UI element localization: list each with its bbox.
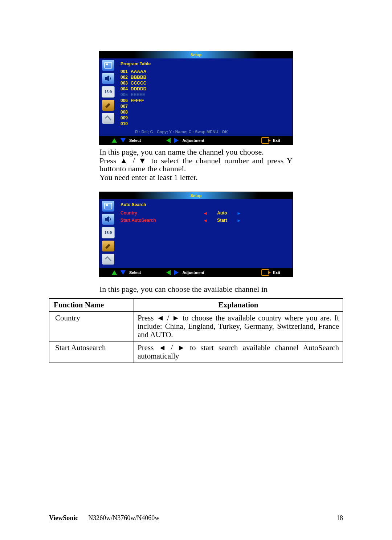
page-footer: ViewSonic N3260w/N3760w/N4060w 18 bbox=[49, 514, 343, 522]
osd-auto-search: Setup 16:9 Auto Search bbox=[99, 192, 293, 277]
section-heading: Program Table bbox=[121, 61, 289, 66]
osd-titlebar: Setup bbox=[99, 192, 293, 199]
aspect-icon[interactable]: 16:9 bbox=[102, 227, 115, 238]
models-label: N3260w/N3760w/N4060w bbox=[88, 514, 336, 522]
picture-icon[interactable] bbox=[102, 60, 114, 71]
right-arrow-icon[interactable]: ► bbox=[237, 210, 241, 216]
left-arrow-icon[interactable]: ◄ bbox=[182, 218, 208, 223]
setup-icon[interactable] bbox=[102, 100, 114, 111]
svg-rect-2 bbox=[105, 77, 107, 80]
osd-title: Setup bbox=[191, 193, 202, 198]
col-function: Function Name bbox=[49, 299, 134, 312]
right-icon bbox=[174, 138, 179, 143]
nav-select-label: Select bbox=[129, 138, 141, 143]
exit-icon bbox=[261, 137, 269, 144]
osd-titlebar: Setup bbox=[99, 51, 293, 58]
up-icon bbox=[112, 270, 117, 275]
col-explanation: Explanation bbox=[134, 299, 343, 312]
osd-title: Setup bbox=[191, 53, 202, 57]
function-table: Function Name Explanation Country Press … bbox=[49, 298, 343, 363]
brand-label: ViewSonic bbox=[49, 514, 78, 522]
svg-rect-1 bbox=[106, 64, 108, 65]
option-country[interactable]: Country ◄ Auto ► bbox=[121, 209, 289, 217]
nav-adjust-label: Adjustment bbox=[182, 138, 204, 143]
list-item: 005EEEEE bbox=[121, 92, 289, 98]
osd-navbar: Select Adjustment Exit bbox=[99, 136, 293, 145]
nav-exit-label: Exit bbox=[273, 138, 280, 143]
nav-adjust-label: Adjustment bbox=[182, 270, 204, 275]
left-icon bbox=[166, 138, 171, 143]
option-start-autosearch[interactable]: Start AutoSearch ◄ Start ► bbox=[121, 217, 289, 224]
list-item: 001AAAAA bbox=[121, 69, 289, 74]
list-item: 007 bbox=[121, 103, 289, 109]
misc-icon[interactable] bbox=[102, 254, 114, 265]
program-list[interactable]: 001AAAAA 002BBBBB 003CCCCC 004DDDDD 005E… bbox=[121, 69, 289, 127]
misc-icon[interactable] bbox=[102, 113, 114, 124]
svg-marker-3 bbox=[107, 75, 109, 81]
body-text: In this page, you can name the channel y… bbox=[99, 148, 293, 181]
aspect-icon[interactable]: 16:9 bbox=[102, 86, 115, 98]
table-row: Start Autosearch Press ◄ / ► to start se… bbox=[49, 341, 343, 363]
svg-rect-6 bbox=[105, 218, 107, 221]
list-item: 010 bbox=[121, 121, 289, 127]
osd-sidebar: 16:9 bbox=[99, 199, 117, 268]
list-item: 003CCCCC bbox=[121, 80, 289, 86]
down-icon bbox=[121, 270, 126, 275]
svg-rect-5 bbox=[106, 204, 108, 206]
osd-navbar: Select Adjustment Exit bbox=[99, 268, 293, 277]
list-item: 004DDDDD bbox=[121, 86, 289, 92]
left-icon bbox=[166, 270, 171, 275]
nav-exit-label: Exit bbox=[273, 270, 280, 275]
down-icon bbox=[121, 138, 126, 143]
body-text: In this page, you can choose the availab… bbox=[99, 285, 293, 293]
legend-text: R : Del; G : Copy; Y : Name; C : Swap ME… bbox=[135, 130, 289, 134]
sound-icon[interactable] bbox=[102, 214, 114, 225]
list-item: 002BBBBB bbox=[121, 74, 289, 80]
exit-icon bbox=[261, 269, 269, 276]
list-item: 008 bbox=[121, 109, 289, 115]
svg-marker-7 bbox=[107, 216, 109, 222]
osd-sidebar: 16:9 bbox=[99, 58, 117, 136]
up-icon bbox=[112, 138, 117, 143]
list-item: 009 bbox=[121, 115, 289, 121]
section-heading: Auto Search bbox=[121, 202, 289, 207]
table-row: Country Press ◄ / ► to choose the availa… bbox=[49, 312, 343, 341]
list-item: 006FFFFF bbox=[121, 98, 289, 103]
setup-icon[interactable] bbox=[102, 241, 114, 251]
nav-select-label: Select bbox=[129, 270, 141, 275]
left-arrow-icon[interactable]: ◄ bbox=[182, 210, 208, 216]
table-row: Function Name Explanation bbox=[49, 299, 343, 312]
page-number: 18 bbox=[336, 514, 343, 522]
right-icon bbox=[174, 270, 179, 275]
picture-icon[interactable] bbox=[102, 201, 114, 212]
osd-program-table: Setup 16:9 Program Tab bbox=[99, 51, 293, 145]
right-arrow-icon[interactable]: ► bbox=[237, 218, 241, 223]
sound-icon[interactable] bbox=[102, 73, 114, 84]
